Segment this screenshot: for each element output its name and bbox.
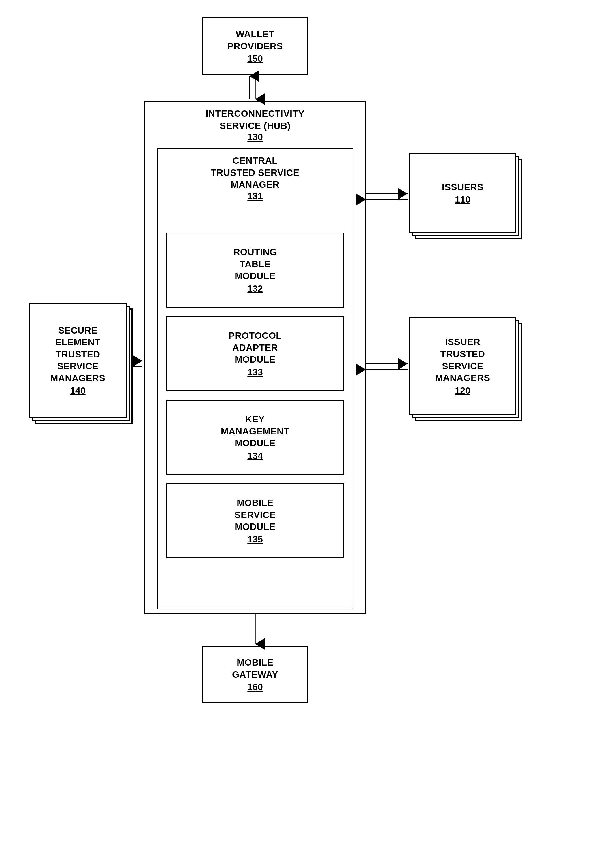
issuer-tsm-box: ISSUER TRUSTED SERVICE MANAGERS 120 bbox=[409, 317, 516, 415]
issuers-box: ISSUERS 110 bbox=[409, 153, 516, 233]
protocol-adapter-box: PROTOCOL ADAPTER MODULE 133 bbox=[166, 316, 344, 391]
mobile-gateway-number: 160 bbox=[247, 682, 263, 692]
interconnectivity-label: INTERCONNECTIVITY SERVICE (HUB) bbox=[206, 108, 305, 131]
routing-table-box: ROUTING TABLE MODULE 132 bbox=[166, 233, 344, 308]
key-management-number: 134 bbox=[247, 451, 263, 461]
issuers-number: 110 bbox=[455, 194, 470, 205]
central-tsm-label: CENTRAL TRUSTED SERVICE MANAGER bbox=[211, 155, 299, 190]
key-management-box: KEY MANAGEMENT MODULE 134 bbox=[166, 400, 344, 475]
mobile-service-label: MOBILE SERVICE MODULE bbox=[235, 497, 275, 533]
central-tsm-number: 131 bbox=[247, 191, 263, 201]
key-management-label: KEY MANAGEMENT MODULE bbox=[221, 413, 289, 450]
wallet-providers-number: 150 bbox=[247, 53, 263, 64]
se-tsm-label: SECURE ELEMENT TRUSTED SERVICE MANAGERS bbox=[50, 325, 105, 384]
se-tsm-number: 140 bbox=[70, 386, 85, 396]
mobile-service-box: MOBILE SERVICE MODULE 135 bbox=[166, 483, 344, 558]
issuer-tsm-label: ISSUER TRUSTED SERVICE MANAGERS bbox=[435, 336, 490, 384]
interconnectivity-box: INTERCONNECTIVITY SERVICE (HUB) 130 CENT… bbox=[144, 101, 366, 614]
central-tsm-box: CENTRAL TRUSTED SERVICE MANAGER 131 ROUT… bbox=[157, 148, 353, 609]
routing-table-label: ROUTING TABLE MODULE bbox=[233, 246, 277, 282]
routing-table-number: 132 bbox=[247, 283, 263, 294]
se-tsm-box: SECURE ELEMENT TRUSTED SERVICE MANAGERS … bbox=[29, 303, 127, 418]
protocol-adapter-number: 133 bbox=[247, 367, 263, 378]
interconnectivity-number: 130 bbox=[247, 132, 263, 142]
issuers-label: ISSUERS bbox=[442, 181, 483, 194]
mobile-gateway-label: MOBILE GATEWAY bbox=[232, 657, 278, 681]
wallet-providers-label: WALLET PROVIDERS bbox=[227, 28, 283, 52]
issuer-tsm-number: 120 bbox=[455, 386, 470, 396]
mobile-service-number: 135 bbox=[247, 534, 263, 545]
wallet-providers-box: WALLET PROVIDERS 150 bbox=[202, 17, 308, 75]
protocol-adapter-label: PROTOCOL ADAPTER MODULE bbox=[228, 330, 282, 366]
mobile-gateway-box: MOBILE GATEWAY 160 bbox=[202, 646, 308, 703]
